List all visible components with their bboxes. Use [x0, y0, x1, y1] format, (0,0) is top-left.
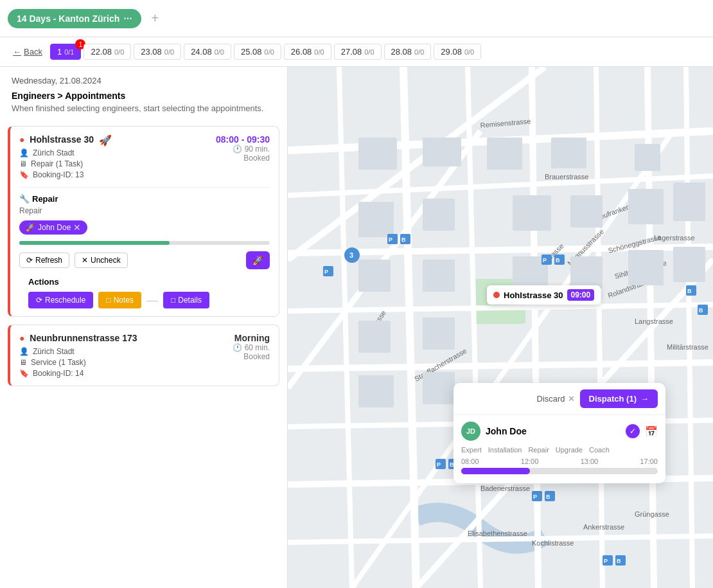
- details-label: Details: [178, 296, 202, 305]
- dispatch-body: JD John Doe ✓ 📅 Expert Installation Repa…: [453, 415, 665, 483]
- engineer-tag-name: John Doe: [38, 223, 71, 232]
- project-tab[interactable]: 14 Days - Kanton Zürich ···: [8, 9, 141, 28]
- appt2-task-row: 🖥 Service (1 Task): [19, 358, 137, 367]
- dispatch-avatar: JD: [461, 422, 480, 441]
- dispatch-engineer-row: JD John Doe ✓ 📅: [461, 422, 658, 441]
- appt1-booking: Booking-ID: 13: [33, 170, 84, 179]
- svg-text:Grüngasse: Grüngasse: [635, 510, 669, 518]
- top-bar: 14 Days - Kanton Zürich ··· +: [0, 0, 713, 37]
- svg-rect-44: [358, 202, 394, 237]
- back-button[interactable]: ← Back: [8, 44, 48, 59]
- appt1-status: Booked: [216, 154, 270, 163]
- appt1-task-row: 🖥 Repair (1 Task): [19, 159, 112, 168]
- date-tab-22[interactable]: 22.08 0/0: [84, 44, 131, 60]
- appt1-dot-icon: ●: [19, 134, 24, 145]
- project-tab-label: 14 Days - Kanton Zürich: [17, 13, 119, 24]
- date-25-label: 25.08: [241, 47, 262, 57]
- project-tab-dots[interactable]: ···: [123, 13, 132, 24]
- map-area[interactable]: Remisenstrasse Brauerstrasse Neufrankeng…: [288, 67, 713, 588]
- svg-text:P: P: [437, 461, 441, 468]
- dispatch-header: Discard ✕ Dispatch (1) →: [453, 383, 665, 415]
- svg-rect-42: [551, 138, 586, 168]
- engineer-tag[interactable]: 🚀 John Doe ✕: [19, 220, 87, 235]
- skill-installation: Installation: [488, 446, 522, 454]
- appt2-booking-row: 🔖 Booking-ID: 14: [19, 369, 137, 378]
- svg-rect-58: [358, 375, 394, 407]
- svg-rect-59: [423, 372, 455, 404]
- date-tab-26[interactable]: 26.08 0/0: [284, 44, 331, 60]
- svg-text:Langstrasse: Langstrasse: [635, 317, 673, 325]
- uncheck-icon: ✕: [82, 256, 88, 265]
- main-layout: Wednesday, 21.08.2024 Engineers > Appoin…: [0, 67, 713, 588]
- date-tab-23[interactable]: 23.08 0/0: [134, 44, 181, 60]
- svg-text:P: P: [324, 269, 328, 275]
- appt1-header: ● Hohlstrasse 30 🚀 👤 Zürich Stadt 🖥 Repa…: [19, 134, 270, 179]
- date-23-count: 0/0: [164, 48, 174, 56]
- date-24-label: 24.08: [191, 47, 212, 57]
- date-tab-27[interactable]: 27.08 0/0: [334, 44, 382, 60]
- date-tab-29[interactable]: 29.08 0/0: [434, 44, 481, 60]
- appt1-task: Repair (1 Task): [31, 159, 83, 168]
- refresh-icon: ⟳: [26, 256, 33, 265]
- svg-rect-53: [570, 256, 603, 289]
- date-23-label: 23.08: [141, 47, 162, 57]
- map-svg: Remisenstrasse Brauerstrasse Neufrankeng…: [288, 67, 713, 588]
- remove-engineer-icon[interactable]: ✕: [73, 222, 81, 233]
- details-button[interactable]: □ Details: [163, 292, 209, 308]
- appt2-dot-icon: ●: [19, 333, 24, 343]
- dispatch-button[interactable]: Dispatch (1) →: [580, 389, 658, 408]
- svg-text:Militärstrasse: Militärstrasse: [667, 343, 709, 351]
- svg-text:B: B: [546, 494, 550, 500]
- refresh-button[interactable]: ⟳ Refresh: [19, 253, 69, 268]
- date-24-count: 0/0: [215, 48, 224, 56]
- svg-rect-39: [358, 138, 397, 170]
- details-icon: □: [171, 296, 175, 305]
- appt1-duration: 🕐 90 min.: [216, 145, 270, 154]
- date-tab-25[interactable]: 25.08 0/0: [234, 44, 281, 60]
- discard-button[interactable]: Discard ✕: [537, 394, 575, 404]
- svg-rect-54: [628, 250, 664, 285]
- discard-label: Discard: [537, 394, 565, 404]
- appt2-booking: Booking-ID: 14: [33, 369, 84, 378]
- date-27-label: 27.08: [341, 47, 362, 57]
- appt2-location-row: 👤 Zürich Stadt: [19, 347, 137, 356]
- svg-text:B: B: [617, 558, 621, 564]
- notes-label: Notes: [114, 296, 134, 305]
- appt1-address: Hohlstrasse 30: [30, 134, 94, 145]
- svg-text:B: B: [556, 257, 560, 263]
- dispatch-engineer-name: John Doe: [486, 426, 621, 436]
- add-tab-button[interactable]: +: [146, 8, 164, 28]
- tag-rocket-icon: 🚀: [26, 223, 35, 232]
- location-icon: 👤: [19, 148, 29, 157]
- map-address-popup: Hohlstrasse 30 09:00: [487, 285, 601, 305]
- svg-text:Brauerstrasse: Brauerstrasse: [545, 173, 588, 181]
- date-tab-24[interactable]: 24.08 0/0: [184, 44, 231, 60]
- date-25-count: 0/0: [265, 48, 274, 56]
- svg-rect-57: [423, 317, 455, 350]
- date-tab-28[interactable]: 28.08 0/0: [384, 44, 432, 60]
- time-mid1: 12:00: [521, 458, 539, 465]
- rocket-icon: 🚀: [99, 134, 112, 147]
- svg-text:Lagerstrasse: Lagerstrasse: [654, 234, 695, 242]
- appt1-left: ● Hohlstrasse 30 🚀 👤 Zürich Stadt 🖥 Repa…: [19, 134, 112, 179]
- dispatch-timeline: [461, 468, 658, 474]
- popup-red-dot: [493, 292, 500, 298]
- dispatch-timeline-fill: [461, 468, 530, 474]
- dispatch-rocket-button[interactable]: 🚀: [246, 251, 270, 269]
- popup-address-text: Hohlstrasse 30: [504, 290, 563, 300]
- time-start: 08:00: [461, 458, 479, 465]
- date-27-count: 0/0: [364, 48, 374, 56]
- uncheck-label: Uncheck: [91, 256, 121, 265]
- date-22-label: 22.08: [91, 47, 112, 57]
- appointment-card-2: ● Neunbrunnenstrasse 173 👤 Zürich Stadt …: [8, 325, 279, 386]
- skill-repair: Repair: [528, 446, 549, 454]
- date-tab-active[interactable]: 1 0/1 1: [50, 44, 82, 60]
- date-28-count: 0/0: [414, 48, 424, 56]
- reschedule-button[interactable]: ⟳ Reschedule: [28, 292, 93, 308]
- appt2-location: Zürich Stadt: [33, 347, 75, 356]
- uncheck-button[interactable]: ✕ Uncheck: [75, 253, 128, 268]
- dispatch-time-axis: 08:00 12:00 13:00 17:00: [461, 458, 658, 465]
- notes-button[interactable]: □ Notes: [98, 292, 141, 308]
- appt2-clock-icon: 🕐: [233, 343, 242, 352]
- panel-date: Wednesday, 21.08.2024: [0, 67, 287, 91]
